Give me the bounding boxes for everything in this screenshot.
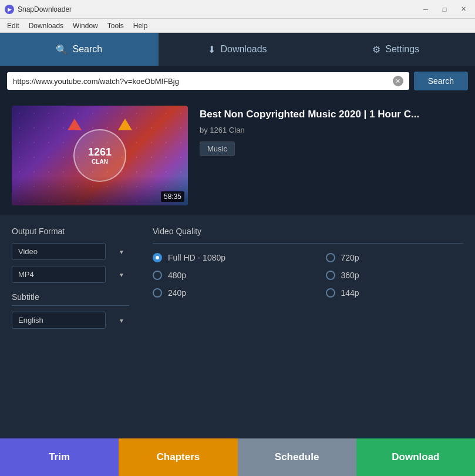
quality-grid: Full HD - 1080p 720p 480p 360p 240p: [153, 253, 463, 298]
downloads-tab-icon: ⬇: [208, 44, 215, 55]
label-240p: 240p: [168, 288, 186, 298]
video-tag: Music: [200, 141, 235, 156]
radio-240p[interactable]: [153, 288, 162, 298]
subtitle-select[interactable]: English None Spanish French German: [12, 312, 106, 329]
quality-option-480p[interactable]: 480p: [153, 271, 291, 280]
video-card: 1261 CLAN 58:35 Best Non Copyrighted Mus…: [0, 96, 475, 215]
subtitle-label: Subtitle: [12, 292, 129, 306]
format-select[interactable]: Video MP3 AAC FLAC OGG: [12, 243, 106, 260]
quality-option-1080p[interactable]: Full HD - 1080p: [153, 253, 291, 262]
label-360p: 360p: [341, 271, 359, 280]
menu-edit[interactable]: Edit: [2, 21, 24, 31]
thumb-background: 1261 CLAN: [12, 106, 188, 205]
radio-720p[interactable]: [326, 253, 335, 262]
format-select-wrap: Video MP3 AAC FLAC OGG ▼: [12, 243, 129, 260]
cat-ears: [68, 119, 132, 130]
label-720p: 720p: [341, 253, 359, 262]
title-bar: ▶ SnapDownloader ─ □ ✕: [0, 0, 475, 19]
video-title: Best Non Copyrighted Music 2020 | 1 Hour…: [200, 108, 463, 121]
quality-label: Video Quality: [153, 227, 463, 236]
quality-option-240p[interactable]: 240p: [153, 288, 291, 298]
label-480p: 480p: [168, 271, 186, 280]
video-info: Best Non Copyrighted Music 2020 | 1 Hour…: [200, 106, 463, 156]
minimize-button[interactable]: ─: [419, 4, 433, 15]
right-ear: [118, 119, 132, 130]
quality-divider: [153, 243, 463, 244]
menu-help[interactable]: Help: [129, 21, 153, 31]
menu-downloads[interactable]: Downloads: [24, 21, 68, 31]
codec-select-wrap: MP4 MKV AVI MOV FLV ▼: [12, 266, 129, 283]
radio-360p[interactable]: [326, 271, 335, 280]
schedule-button[interactable]: Schedule: [238, 438, 356, 476]
quality-option-720p[interactable]: 720p: [326, 253, 464, 262]
logo-circle: 1261 CLAN: [73, 129, 126, 182]
radio-144p[interactable]: [326, 288, 335, 298]
tab-search[interactable]: 🔍 Search: [0, 33, 159, 66]
output-format-label: Output Format: [12, 227, 129, 236]
logo-number: 1261: [88, 146, 112, 158]
maximize-button[interactable]: □: [437, 4, 452, 15]
tab-downloads[interactable]: ⬇ Downloads: [159, 33, 317, 66]
close-button[interactable]: ✕: [456, 4, 470, 15]
tab-settings-label: Settings: [385, 44, 419, 55]
duration-badge: 58:35: [161, 191, 184, 202]
menu-bar: Edit Downloads Window Tools Help: [0, 19, 475, 33]
app-title: SnapDownloader: [18, 5, 419, 13]
url-input[interactable]: [13, 77, 389, 86]
tab-settings[interactable]: ⚙ Settings: [316, 33, 475, 66]
url-input-wrap: ✕: [7, 72, 409, 90]
quality-option-144p[interactable]: 144p: [326, 288, 464, 298]
left-panel: Output Format Video MP3 AAC FLAC OGG ▼ M…: [12, 227, 129, 464]
codec-select[interactable]: MP4 MKV AVI MOV FLV: [12, 266, 106, 283]
trim-button[interactable]: Trim: [0, 438, 119, 476]
label-1080p: Full HD - 1080p: [168, 253, 225, 262]
thumbnail: 1261 CLAN 58:35: [12, 106, 188, 205]
search-tab-icon: 🔍: [56, 44, 68, 55]
main-content: ✕ Search 1261 CLAN: [0, 66, 475, 476]
window-controls: ─ □ ✕: [419, 4, 470, 15]
download-button[interactable]: Download: [356, 438, 475, 476]
bottom-bar: Trim Chapters Schedule Download: [0, 438, 475, 476]
label-144p: 144p: [341, 288, 359, 298]
chapters-button[interactable]: Chapters: [119, 438, 237, 476]
tab-downloads-label: Downloads: [220, 44, 267, 55]
settings-tab-icon: ⚙: [372, 44, 380, 55]
radio-480p[interactable]: [153, 271, 162, 280]
quality-option-360p[interactable]: 360p: [326, 271, 464, 280]
subtitle-select-arrow: ▼: [119, 317, 124, 323]
format-select-arrow: ▼: [119, 248, 124, 255]
subtitle-select-wrap: English None Spanish French German ▼: [12, 312, 129, 329]
codec-select-arrow: ▼: [119, 271, 124, 278]
url-clear-button[interactable]: ✕: [393, 76, 403, 86]
video-author: by 1261 Clan: [200, 126, 463, 134]
radio-1080p[interactable]: [153, 253, 162, 262]
thumbnail-wrap: 1261 CLAN 58:35: [12, 106, 188, 205]
search-button[interactable]: Search: [414, 72, 468, 90]
url-bar: ✕ Search: [0, 66, 475, 96]
options-area: Output Format Video MP3 AAC FLAC OGG ▼ M…: [0, 215, 475, 476]
left-ear: [68, 119, 82, 130]
tab-search-label: Search: [72, 44, 102, 55]
tab-bar: 🔍 Search ⬇ Downloads ⚙ Settings: [0, 33, 475, 66]
right-panel: Video Quality Full HD - 1080p 720p 480p: [153, 227, 463, 464]
menu-tools[interactable]: Tools: [103, 21, 129, 31]
menu-window[interactable]: Window: [68, 21, 103, 31]
logo-text: CLAN: [92, 158, 108, 165]
app-icon: ▶: [5, 5, 14, 14]
